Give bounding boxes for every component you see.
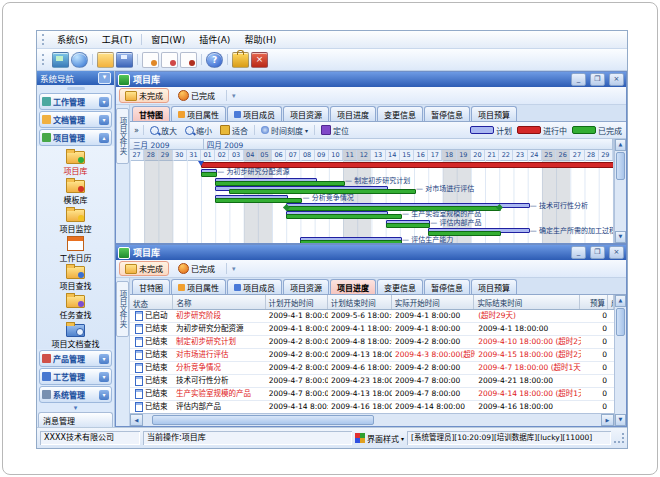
scroll-left-icon[interactable]: ◀ [130,414,143,426]
sidebar-section-2[interactable]: 文档管理▾ [39,111,112,128]
gantt-minimize-button[interactable]: _ [571,73,586,86]
table-row[interactable]: 已结束生产实验室规模的产品2009-4-7 8:00:002009-4-13 1… [130,388,614,401]
save-icon[interactable] [116,52,133,68]
sidebar-section-1[interactable]: 工作管理▾ [39,93,112,110]
doc-view-icon[interactable] [161,52,178,68]
locate-button[interactable]: 定位 [319,125,351,136]
chevron-down-icon[interactable]: ▾ [99,97,109,107]
gantt-tab-7[interactable]: 暂停信息 [424,106,470,121]
table-row[interactable]: 已结束评估内部产品2009-4-14 8:00:002009-4-16 18:0… [130,401,614,413]
progress-window-titlebar[interactable]: 项目库 _ ❐ × [116,245,626,260]
menu-item-3[interactable]: 窗口(W) [144,32,192,47]
gantt-tab-1[interactable]: 甘特图 [132,106,170,121]
table-hscroll-thumb[interactable] [152,415,374,425]
column-header-7[interactable]: 预算 [580,295,608,309]
exit-icon[interactable]: × [251,52,268,68]
doc-delete-icon[interactable] [180,52,197,68]
table-row[interactable]: 已结束为初步研究分配资源2009-4-1 8:00:002009-4-1 18:… [130,323,614,336]
menu-item-2[interactable]: 工具(T) [95,32,140,47]
sidebar-section-3[interactable]: 项目管理▴ [39,129,112,146]
progress-close-button[interactable]: × [609,246,624,259]
progress-tab-5[interactable]: 项目进度 [330,279,376,294]
table-row[interactable]: 已结束技术可行性分析2009-4-7 8:00:002009-4-23 18:0… [130,375,614,388]
gantt-tab-3[interactable]: 项目成员 [227,106,282,121]
sidebar-item-4[interactable]: 工作日历 [37,234,114,263]
menu-item-1[interactable]: 系统(S) [50,32,95,47]
table-row[interactable]: 已结束制定初步研究计划2009-4-2 8:00:002009-4-8 18:0… [130,336,614,349]
sidebar-item-7[interactable]: 项目文档查找 [37,320,114,349]
sidebar-item-1[interactable]: 项目库 [37,148,114,177]
column-header-1[interactable]: 状态 [130,295,173,309]
column-header-6[interactable]: 实际结束时间 [474,295,579,309]
scroll-down-icon[interactable]: ▼ [615,414,626,426]
column-header-3[interactable]: 计划开始时间 [266,295,328,309]
sidebar-collapse-button[interactable]: ▾ [98,72,111,84]
table-horizontal-scrollbar[interactable]: ◀ ▶ [130,413,614,426]
progress-tab-1[interactable]: 甘特图 [132,279,170,294]
chevron-down-icon[interactable]: ▾ [99,390,109,400]
project-folder-vertical-tab-top[interactable]: 项目文件夹 [116,105,130,243]
progress-tab-3[interactable]: 项目成员 [227,279,282,294]
progress-tab-7[interactable]: 暂停信息 [424,279,470,294]
gantt-window-titlebar[interactable]: 项目库 _ ❐ × [116,72,626,87]
chevron-down-icon[interactable]: ▾ [99,354,109,364]
progress-tab-4[interactable]: 项目资源 [283,279,329,294]
sidebar-overflow-button[interactable]: ▾ [37,403,114,412]
gantt-tab-2[interactable]: 项目属性 [171,106,226,121]
menu-item-4[interactable]: 插件(A) [192,32,237,47]
sidebar-section-4[interactable]: 产品管理▾ [39,350,112,367]
sidebar-splitter[interactable] [37,85,114,92]
gantt-toolbar-overflow[interactable]: » [134,126,139,135]
doc-new-icon[interactable] [142,52,159,68]
monitor-icon[interactable] [52,52,69,68]
gantt-tab-4[interactable]: 项目资源 [283,106,329,121]
column-header-4[interactable]: 计划结束时间 [328,295,392,309]
sidebar-item-6[interactable]: 任务查找 [37,292,114,321]
gantt-scroll-thumb[interactable] [616,152,625,180]
interface-style-dropdown[interactable]: 界面样式 ▾ [355,433,404,444]
sidebar-item-3[interactable]: 项目监控 [37,205,114,234]
scroll-right-icon[interactable]: ▶ [601,414,614,426]
progress-restore-button[interactable]: ❐ [590,246,605,259]
timescale-dropdown[interactable]: 时间刻度 ▾ [259,125,310,136]
filter-unfinished-bottom[interactable]: 未完成 [119,261,169,276]
sidebar-item-2[interactable]: 模板库 [37,177,114,206]
progress-tab-8[interactable]: 项目预算 [471,279,517,294]
chevron-down-icon[interactable]: ▾ [99,372,109,382]
table-scroll-thumb[interactable] [616,308,625,336]
progress-tab-6[interactable]: 变更信息 [377,279,423,294]
lock-icon[interactable] [232,52,249,68]
sidebar-tab-message-management[interactable]: 消息管理 [38,412,113,427]
chevron-down-icon[interactable]: ▾ [99,115,109,125]
评估生产能力-done-bar[interactable] [300,240,401,243]
sidebar-section-6[interactable]: 系统管理▾ [39,386,112,403]
help-icon[interactable]: ? [206,52,223,68]
table-vertical-scrollbar[interactable]: ▲ ▼ [614,295,626,426]
folder-open-icon[interactable] [97,52,114,68]
resize-grip[interactable] [614,433,624,443]
zoom-in-button[interactable]: 放大 [148,125,179,136]
filter-overflow-bottom[interactable]: ▾ [232,265,236,273]
gantt-vertical-scrollbar[interactable]: ▲ ▼ [614,139,626,243]
globe-icon[interactable] [71,52,88,68]
chevron-up-icon[interactable]: ▴ [99,133,109,143]
progress-minimize-button[interactable]: _ [571,246,586,259]
gantt-close-button[interactable]: × [609,73,624,86]
scroll-up-icon[interactable]: ▲ [615,295,626,307]
gantt-restore-button[interactable]: ❐ [590,73,605,86]
filter-finished-top[interactable]: 已完成 [172,88,221,103]
filter-finished-bottom[interactable]: 已完成 [172,261,221,276]
gantt-tab-8[interactable]: 项目预算 [471,106,517,121]
scroll-down-icon[interactable]: ▼ [615,231,626,243]
scroll-up-icon[interactable]: ▲ [615,139,626,151]
fit-button[interactable]: 适合 [218,125,250,136]
gantt-tab-6[interactable]: 变更信息 [377,106,423,121]
gantt-tab-5[interactable]: 项目进度 [330,106,376,121]
filter-overflow-top[interactable]: ▾ [232,92,236,100]
column-header-5[interactable]: 实际开始时间 [392,295,475,309]
project-folder-vertical-tab-bottom[interactable]: 项目文件夹 [116,278,130,426]
progress-tab-2[interactable]: 项目属性 [171,279,226,294]
menu-item-5[interactable]: 帮助(H) [237,32,283,47]
column-header-2[interactable]: 名称 [173,295,265,309]
table-row[interactable]: 已结束对市场进行评估2009-4-2 8:00:002009-4-13 18:0… [130,349,614,362]
